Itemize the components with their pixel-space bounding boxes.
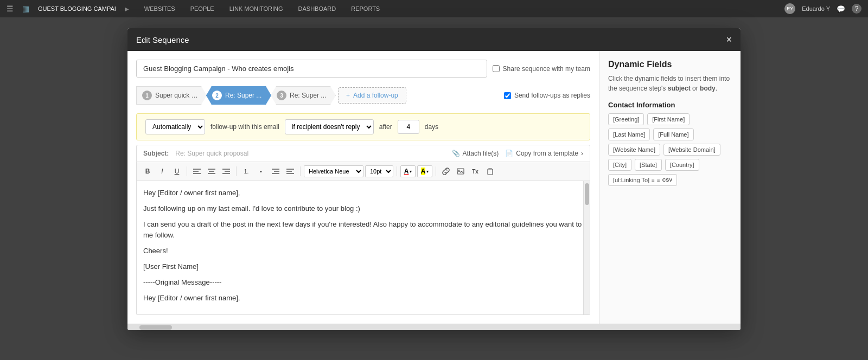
nav-websites[interactable]: WEBSITES <box>142 5 177 12</box>
nav-link-monitoring[interactable]: LINK MONITORING <box>227 5 285 12</box>
campaign-arrow: ▶ <box>125 6 129 12</box>
nav-people[interactable]: PEOPLE <box>188 5 216 12</box>
campaign-name[interactable]: GUEST BLOGGING CAMPAI <box>38 5 116 12</box>
help-icon[interactable]: ? <box>852 4 861 14</box>
avatar[interactable]: EY <box>784 3 795 14</box>
brand-icon: ▦ <box>22 4 29 13</box>
top-navigation: ☰ ▦ GUEST BLOGGING CAMPAI ▶ WEBSITES PEO… <box>0 0 868 17</box>
menu-icon[interactable]: ☰ <box>7 4 14 13</box>
nav-reports[interactable]: REPORTS <box>349 5 382 12</box>
user-name: Eduardo Y <box>802 5 830 12</box>
notifications-icon[interactable]: 💬 <box>837 5 845 13</box>
avatar-initials: EY <box>787 6 793 11</box>
nav-dashboard[interactable]: DASHBOARD <box>296 5 339 12</box>
